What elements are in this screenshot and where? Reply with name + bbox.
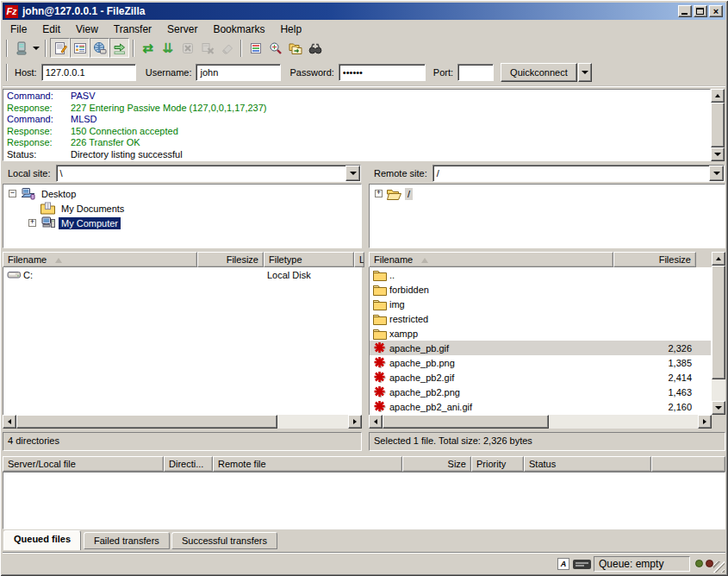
log-line-label: Response:: [7, 137, 71, 149]
quickconnect-dropdown-button[interactable]: [578, 63, 592, 82]
remote-scroll-right-button[interactable]: [698, 415, 712, 429]
host-input[interactable]: [41, 64, 136, 81]
log-line-label: Command:: [7, 114, 71, 126]
log-line-label: Command:: [7, 91, 71, 103]
tree-item-desktop[interactable]: −Desktop: [3, 186, 361, 201]
remote-scroll-down-button[interactable]: [712, 401, 725, 415]
tab-failed-transfers[interactable]: Failed transfers: [84, 532, 170, 549]
remote-hscroll-thumb[interactable]: [383, 415, 549, 429]
folder-icon: [373, 268, 388, 281]
menu-view[interactable]: View: [68, 22, 106, 37]
remote-file-row-apache-pb-png[interactable]: apache_pb.png1,385: [370, 355, 711, 370]
titlebar[interactable]: Fz john@127.0.0.1 - FileZilla ×: [3, 3, 725, 20]
menu-server[interactable]: Server: [159, 22, 205, 37]
remote-vscroll-thumb[interactable]: [712, 266, 725, 379]
reconnect-button[interactable]: [217, 38, 237, 58]
queue-column-header-remote-file[interactable]: Remote file: [213, 456, 402, 472]
remote-file-row-xampp[interactable]: xampp: [370, 326, 711, 341]
queue-column-header-priority[interactable]: Priority: [471, 456, 524, 472]
file-name: img: [389, 299, 405, 310]
file-name: xampp: [389, 329, 418, 339]
site-manager-button[interactable]: [11, 38, 31, 58]
remote-file-row-apache-pb2-ani-gif[interactable]: apache_pb2_ani.gif2,160: [370, 399, 711, 414]
filezilla-window: Fz john@127.0.0.1 - FileZilla × FileEdit…: [0, 0, 728, 576]
toggle-remote-tree-button[interactable]: [90, 38, 109, 58]
compare-button[interactable]: [265, 38, 285, 58]
remote-column-header-filename[interactable]: Filename: [369, 252, 613, 267]
toggle-message-log-icon: [53, 41, 67, 55]
expand-toggle[interactable]: +: [375, 190, 383, 197]
local-scroll-right-button[interactable]: [348, 415, 362, 429]
process-queue-button[interactable]: ⇊: [158, 38, 177, 58]
remote-file-row-restricted[interactable]: restricted: [370, 311, 711, 326]
filter-button[interactable]: [246, 38, 265, 58]
menubar: FileEditViewTransferServerBookmarksHelp: [3, 21, 725, 37]
drive-icon: [7, 268, 22, 281]
local-site-combo[interactable]: \: [56, 165, 361, 182]
tree-item-my-documents[interactable]: My Documents: [3, 201, 361, 216]
tree-item-root[interactable]: +/: [370, 186, 725, 201]
remote-file-row-apache-pb2-png[interactable]: apache_pb2.png1,463: [370, 385, 711, 399]
computer-icon: [40, 216, 56, 230]
remote-site-dropdown-button[interactable]: [709, 166, 724, 181]
tab-queued-files[interactable]: Queued files: [3, 530, 81, 550]
remote-scroll-left-button[interactable]: [369, 415, 383, 429]
minimize-button[interactable]: [678, 5, 692, 17]
site-manager-dropdown-button[interactable]: [31, 38, 41, 58]
tab-successful-transfers[interactable]: Successful transfers: [171, 532, 277, 549]
file-size: 1,463: [668, 387, 692, 398]
local-column-header-filename[interactable]: Filename: [3, 252, 197, 267]
find-button[interactable]: [305, 38, 325, 58]
menu-edit[interactable]: Edit: [34, 22, 68, 37]
local-hscroll-thumb[interactable]: [16, 415, 277, 429]
quickconnect-button[interactable]: Quickconnect: [501, 63, 577, 82]
local-site-dropdown-button[interactable]: [345, 166, 360, 181]
file-name: apache_pb2_ani.gif: [389, 402, 472, 412]
menu-transfer[interactable]: Transfer: [106, 22, 159, 37]
remote-site-combo[interactable]: /: [432, 165, 725, 182]
log-scrollbar-thumb[interactable]: [711, 103, 725, 147]
collapse-toggle[interactable]: −: [9, 190, 16, 197]
remote-file-row-img[interactable]: img: [370, 297, 711, 311]
queue-column-header-size[interactable]: Size: [402, 456, 471, 472]
queue-column-header-directi[interactable]: Directi...: [164, 456, 213, 472]
cancel-button[interactable]: [177, 38, 197, 58]
speed-limit-indicator-icon: [573, 560, 591, 569]
expand-toggle[interactable]: +: [28, 219, 36, 227]
resize-grip[interactable]: [713, 561, 725, 573]
port-input[interactable]: [457, 64, 494, 81]
menu-file[interactable]: File: [3, 22, 34, 37]
synchronized-browsing-button[interactable]: [285, 38, 305, 58]
local-site-label: Local site:: [3, 168, 56, 178]
remote-file-row-root[interactable]: ..: [370, 267, 711, 282]
local-column-header-filetype[interactable]: Filetype: [264, 252, 354, 267]
toggle-transfer-queue-button[interactable]: [109, 38, 129, 58]
password-input[interactable]: [339, 64, 426, 81]
local-file-row-c[interactable]: C:Local Disk: [3, 267, 361, 282]
close-button[interactable]: ×: [709, 5, 723, 17]
remote-file-row-forbidden[interactable]: forbidden: [370, 282, 711, 297]
remote-column-header-filesize[interactable]: Filesize: [613, 252, 696, 267]
menu-bookmarks[interactable]: Bookmarks: [205, 22, 272, 37]
menu-help[interactable]: Help: [272, 22, 309, 37]
disconnect-button[interactable]: [197, 38, 217, 58]
local-column-header-l[interactable]: L: [354, 252, 364, 267]
log-scroll-down-button[interactable]: [711, 147, 725, 161]
queue-column-header-status[interactable]: Status: [524, 456, 651, 472]
local-column-header-filesize[interactable]: Filesize: [197, 252, 264, 267]
refresh-button[interactable]: ⇄: [138, 38, 158, 58]
maximize-button[interactable]: [694, 5, 707, 17]
queue-column-header-server-local-file[interactable]: Server/Local file: [3, 456, 164, 472]
queue-column-header-root[interactable]: [651, 456, 725, 472]
image-file-icon: [373, 371, 388, 384]
log-scroll-up-button[interactable]: [711, 89, 725, 103]
toggle-local-tree-button[interactable]: [70, 38, 90, 58]
local-scroll-left-button[interactable]: [3, 415, 16, 429]
remote-scroll-up-button[interactable]: [712, 252, 725, 266]
remote-file-row-apache-pb2-gif[interactable]: apache_pb2.gif2,414: [370, 370, 711, 385]
queue-size-panel: Queue: empty: [594, 556, 690, 572]
tree-item-my-computer[interactable]: +My Computer: [3, 216, 361, 230]
username-input[interactable]: [196, 64, 281, 81]
toggle-message-log-button[interactable]: [50, 38, 70, 58]
remote-file-row-apache-pb-gif[interactable]: apache_pb.gif2,326: [370, 341, 711, 355]
